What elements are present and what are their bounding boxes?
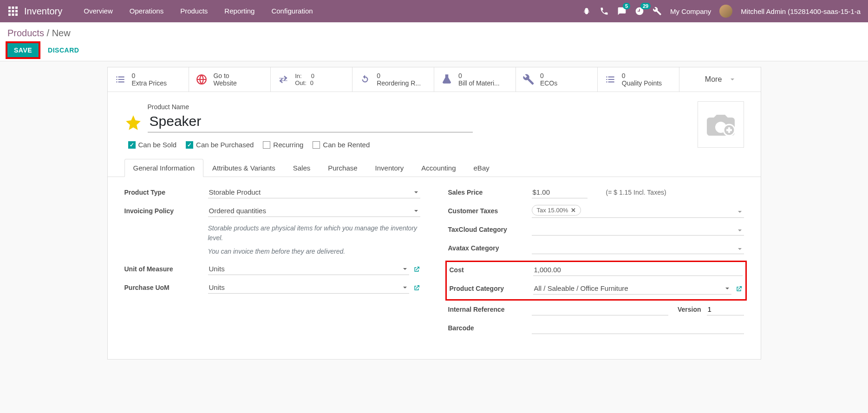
- incl-taxes-text: (= $ 1.15 Incl. Taxes): [606, 189, 666, 196]
- stat-button-row: 0Extra Prices Go toWebsite In:0 Out:0 0R…: [108, 67, 761, 92]
- help-storable: Storable products are physical items for…: [208, 223, 420, 243]
- select-purchase-uom[interactable]: [208, 282, 409, 294]
- checkbox-icon: [263, 141, 270, 149]
- nav-configuration[interactable]: Configuration: [263, 0, 321, 22]
- user-avatar[interactable]: [719, 5, 732, 18]
- highlighted-region: Cost Product Category: [445, 261, 747, 301]
- select-product-category[interactable]: [533, 282, 731, 295]
- stat-extra-prices[interactable]: 0Extra Prices: [108, 67, 189, 92]
- tax-tag[interactable]: Tax 15.00%✕: [532, 205, 581, 216]
- breadcrumb-sep: /: [47, 28, 52, 38]
- nav-reporting[interactable]: Reporting: [216, 0, 263, 22]
- svg-rect-3: [8, 10, 11, 13]
- phone-icon[interactable]: [600, 7, 609, 16]
- nav-right: 5 29 My Company Mitchell Admin (15281400…: [582, 5, 864, 18]
- nav-overview[interactable]: Overview: [75, 0, 121, 22]
- input-avatax[interactable]: [532, 242, 744, 254]
- external-link-icon[interactable]: [413, 266, 420, 273]
- stat-more[interactable]: More: [679, 67, 761, 92]
- globe-icon: [196, 73, 208, 85]
- nav-products[interactable]: Products: [172, 0, 216, 22]
- options-row: Can be Sold Can be Purchased Recurring C…: [108, 132, 761, 154]
- stat-go-to-website[interactable]: Go toWebsite: [189, 67, 271, 92]
- company-selector[interactable]: My Company: [670, 7, 711, 15]
- external-link-icon[interactable]: [735, 285, 743, 293]
- label-internal-ref: Internal Reference: [448, 303, 532, 313]
- check-can-be-sold[interactable]: Can be Sold: [128, 141, 177, 149]
- label-product-category: Product Category: [450, 282, 533, 292]
- stat-ecos[interactable]: 0ECOs: [516, 67, 598, 92]
- app-brand[interactable]: Inventory: [24, 6, 62, 17]
- product-name-label: Product Name: [148, 103, 744, 111]
- svg-rect-2: [15, 7, 18, 9]
- nav-operations[interactable]: Operations: [121, 0, 172, 22]
- tab-general-information[interactable]: General Information: [124, 159, 204, 177]
- product-name-input[interactable]: [148, 112, 473, 132]
- check-can-be-purchased[interactable]: Can be Purchased: [186, 141, 254, 149]
- list2-icon: [604, 73, 616, 85]
- svg-rect-8: [15, 13, 18, 16]
- svg-rect-1: [12, 7, 14, 9]
- input-taxcloud[interactable]: [532, 223, 744, 236]
- flask-icon: [441, 73, 453, 85]
- stat-reordering[interactable]: 0Reordering R...: [352, 67, 434, 92]
- breadcrumb: Products / New: [7, 28, 861, 39]
- notebook-tabs: General Information Attributes & Variant…: [108, 159, 761, 177]
- label-version: Version: [678, 306, 701, 313]
- save-button[interactable]: SAVE: [7, 43, 39, 57]
- help-invoice: You can invoice them before they are del…: [208, 247, 420, 256]
- svg-rect-0: [8, 7, 11, 9]
- checkbox-icon: [186, 141, 193, 149]
- label-uom: Unit of Measure: [124, 263, 208, 273]
- tab-attributes-variants[interactable]: Attributes & Variants: [203, 159, 284, 177]
- input-sales-price[interactable]: [532, 186, 587, 198]
- wrench-stat-icon: [522, 73, 535, 85]
- checkbox-icon: [128, 141, 136, 149]
- label-invoicing-policy: Invoicing Policy: [124, 205, 208, 215]
- tax-remove-icon[interactable]: ✕: [571, 207, 576, 214]
- label-cost: Cost: [450, 264, 533, 274]
- external-link-icon[interactable]: [413, 284, 420, 292]
- stat-quality[interactable]: 0Quality Points: [598, 67, 679, 92]
- input-internal-ref[interactable]: [532, 303, 668, 315]
- label-sales-price: Sales Price: [448, 186, 532, 196]
- label-avatax: Avatax Category: [448, 242, 532, 252]
- input-version[interactable]: [707, 303, 744, 315]
- top-nav: Inventory Overview Operations Products R…: [0, 0, 868, 22]
- tab-purchase[interactable]: Purchase: [319, 159, 366, 177]
- input-barcode[interactable]: [532, 322, 744, 334]
- bug-icon[interactable]: [582, 7, 591, 16]
- favorite-star-icon[interactable]: [124, 114, 142, 131]
- input-cost[interactable]: [533, 264, 743, 276]
- select-uom[interactable]: [208, 263, 409, 275]
- stat-bom[interactable]: 0Bill of Materi...: [434, 67, 516, 92]
- product-image-upload[interactable]: [698, 101, 744, 148]
- transfer-icon: [277, 73, 289, 85]
- activities-badge: 29: [640, 3, 651, 9]
- tab-accounting[interactable]: Accounting: [412, 159, 464, 177]
- messages-button[interactable]: 5: [617, 7, 627, 16]
- tab-sales[interactable]: Sales: [284, 159, 320, 177]
- check-recurring[interactable]: Recurring: [263, 141, 303, 149]
- user-menu[interactable]: Mitchell Admin (15281400-saas-15-1-a: [741, 7, 861, 15]
- list-icon: [114, 73, 126, 85]
- tab-inventory[interactable]: Inventory: [366, 159, 413, 177]
- breadcrumb-products[interactable]: Products: [7, 28, 44, 38]
- tab-ebay[interactable]: eBay: [465, 159, 498, 177]
- wrench-icon[interactable]: [653, 7, 662, 16]
- svg-rect-6: [8, 13, 11, 16]
- activities-button[interactable]: 29: [635, 7, 644, 16]
- label-purchase-uom: Purchase UoM: [124, 282, 208, 291]
- check-can-be-rented[interactable]: Can be Rented: [313, 141, 370, 149]
- select-invoicing-policy[interactable]: [208, 205, 420, 217]
- form-sheet: 0Extra Prices Go toWebsite In:0 Out:0 0R…: [107, 67, 761, 360]
- label-barcode: Barcode: [448, 322, 532, 332]
- apps-icon[interactable]: [7, 6, 19, 17]
- stat-in-out[interactable]: In:0 Out:0: [271, 67, 352, 92]
- svg-rect-4: [12, 10, 14, 13]
- refresh-icon: [359, 73, 371, 85]
- discard-button[interactable]: DISCARD: [44, 43, 83, 57]
- select-product-type[interactable]: [208, 186, 420, 198]
- label-taxcloud: TaxCloud Category: [448, 223, 532, 233]
- breadcrumb-current: New: [52, 28, 71, 38]
